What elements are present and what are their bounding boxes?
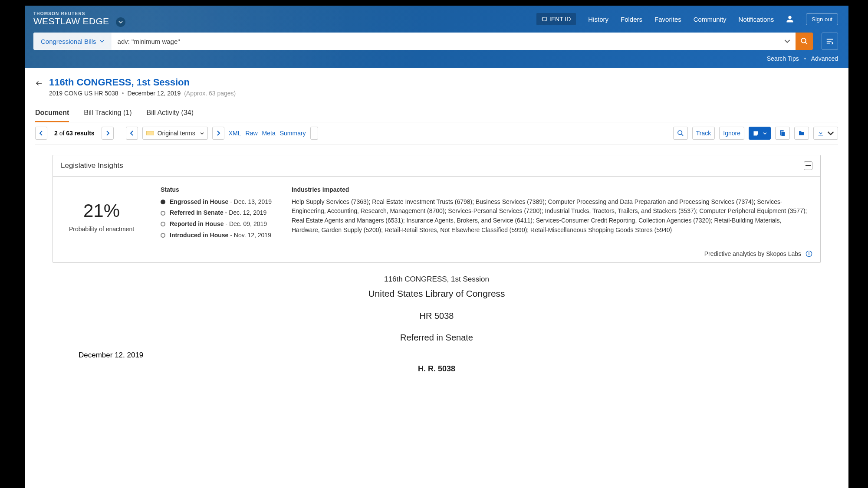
- insights-title: Legislative Insights: [61, 161, 123, 170]
- svg-point-12: [809, 252, 809, 253]
- bill-number: HR 5038: [53, 308, 821, 323]
- status-dot-icon: [161, 200, 165, 204]
- tab-bill-tracking[interactable]: Bill Tracking (1): [84, 105, 132, 122]
- nav-community[interactable]: Community: [694, 16, 727, 23]
- svg-rect-9: [806, 165, 811, 166]
- separator-dot: [804, 58, 806, 59]
- nav-notifications[interactable]: Notifications: [739, 16, 774, 23]
- insights-credit: Predictive analytics by Skopos Labs: [53, 248, 820, 262]
- bill-hr-line: H. R. 5038: [53, 362, 821, 376]
- prev-term-button[interactable]: [126, 127, 138, 140]
- client-id-button[interactable]: CLIENT ID: [536, 13, 576, 25]
- folder-icon: [798, 130, 805, 137]
- track-button[interactable]: Track: [692, 127, 715, 140]
- advanced-search-link[interactable]: Advanced: [811, 55, 838, 62]
- status-item: Reported in House - Dec. 09, 2019: [161, 219, 272, 229]
- status-item: Introduced in House - Nov. 12, 2019: [161, 231, 272, 240]
- view-xml-link[interactable]: XML: [229, 130, 241, 137]
- brand-dropdown-icon[interactable]: [116, 17, 125, 27]
- search-input[interactable]: [112, 33, 784, 50]
- back-arrow-icon[interactable]: [35, 79, 43, 87]
- status-dot-icon: [161, 222, 165, 226]
- highlight-swatch-icon: [146, 131, 154, 135]
- svg-line-1: [806, 43, 807, 44]
- info-icon[interactable]: [806, 250, 812, 257]
- document-meta: 2019 CONG US HR 5038•December 12, 2019 (…: [49, 90, 236, 97]
- tab-document[interactable]: Document: [35, 105, 69, 122]
- status-item: Engrossed in House - Dec. 13, 2019: [161, 197, 272, 207]
- minus-icon: [806, 165, 811, 166]
- nav-folders[interactable]: Folders: [621, 16, 642, 23]
- svg-point-6: [678, 131, 682, 134]
- bill-congress-line: 116th CONGRESS, 1st Session: [53, 273, 821, 286]
- industries-heading: Industries impacted: [292, 185, 811, 195]
- view-raw-link[interactable]: Raw: [246, 130, 258, 137]
- search-icon: [800, 37, 808, 45]
- svg-rect-8: [781, 132, 785, 136]
- nav-favorites[interactable]: Favorites: [654, 16, 681, 23]
- status-item: Referred in Senate - Dec. 12, 2019: [161, 208, 272, 218]
- save-to-folder-button[interactable]: [794, 127, 809, 140]
- next-term-button[interactable]: [212, 127, 224, 140]
- copy-button[interactable]: [775, 127, 790, 140]
- search-scope-dropdown[interactable]: Congressional Bills: [33, 33, 112, 50]
- tab-bill-activity[interactable]: Bill Activity (34): [146, 105, 193, 122]
- signout-button[interactable]: Sign out: [806, 13, 838, 25]
- document-title[interactable]: 116th CONGRESS, 1st Session: [49, 77, 236, 88]
- note-icon: [753, 130, 759, 137]
- bill-source-line: United States Library of Congress: [53, 286, 821, 301]
- search-within-button[interactable]: [673, 127, 688, 140]
- collapse-panel-button[interactable]: [804, 161, 812, 170]
- probability-value: 21%: [62, 197, 141, 225]
- brand-title: WESTLAW EDGE: [33, 16, 125, 27]
- legislative-insights-panel: Legislative Insights 21% Probability of …: [53, 155, 821, 263]
- bill-date: December 12, 2019: [53, 345, 821, 362]
- view-meta-link[interactable]: Meta: [262, 130, 276, 137]
- status-heading: Status: [161, 185, 272, 195]
- nav-history[interactable]: History: [588, 16, 608, 23]
- brand-logo[interactable]: THOMSON REUTERS WESTLAW EDGE: [33, 11, 125, 27]
- view-summary-link[interactable]: Summary: [280, 130, 306, 137]
- probability-label: Probability of enactment: [62, 225, 141, 234]
- term-highlight-dropdown[interactable]: Original terms: [142, 127, 208, 140]
- result-count: 2 of 63 results: [52, 130, 97, 137]
- svg-line-7: [681, 134, 683, 136]
- annotation-button[interactable]: [310, 127, 318, 140]
- search-icon: [677, 130, 684, 137]
- search-tips-link[interactable]: Search Tips: [767, 55, 799, 62]
- display-options-button[interactable]: [749, 127, 771, 140]
- download-button[interactable]: [813, 127, 838, 140]
- next-result-button[interactable]: [102, 127, 114, 140]
- bill-status-line: Referred in Senate: [53, 330, 821, 345]
- search-history-icon[interactable]: [784, 38, 790, 44]
- search-button[interactable]: [796, 33, 813, 50]
- brand-subtitle: THOMSON REUTERS: [33, 11, 125, 16]
- ignore-button[interactable]: Ignore: [719, 127, 744, 140]
- filter-button[interactable]: [822, 33, 838, 50]
- svg-point-0: [801, 38, 806, 43]
- status-dot-icon: [161, 211, 165, 216]
- filter-icon: [826, 38, 834, 45]
- download-icon: [817, 130, 824, 137]
- prev-result-button[interactable]: [35, 127, 47, 140]
- user-icon[interactable]: [786, 15, 794, 23]
- industries-text: Help Supply Services (7363); Real Estate…: [292, 197, 811, 235]
- status-dot-icon: [161, 233, 165, 238]
- copy-icon: [779, 130, 786, 137]
